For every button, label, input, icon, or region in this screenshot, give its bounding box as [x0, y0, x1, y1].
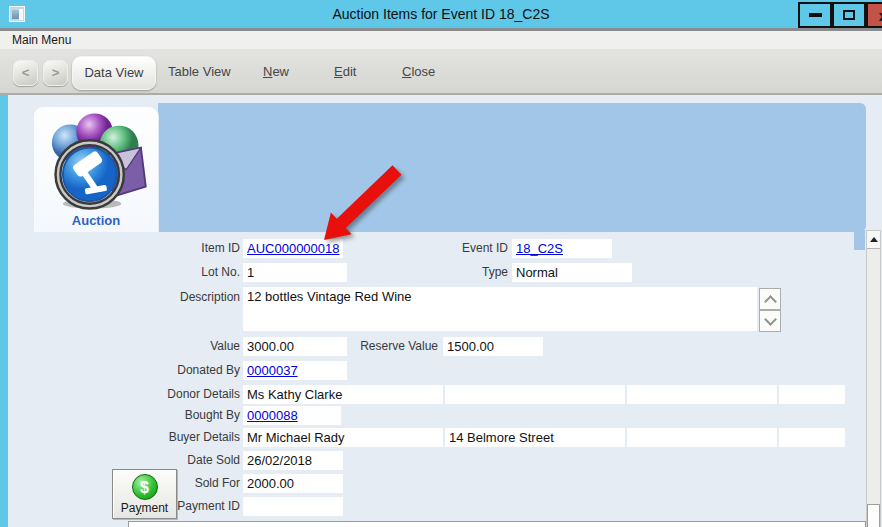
nav-back-icon: < [22, 65, 30, 80]
buyer-details-field-3[interactable] [627, 428, 777, 447]
donor-details-field-3[interactable] [627, 385, 777, 404]
payment-label-pre: Pa [121, 501, 136, 515]
chevron-up-icon [764, 295, 777, 308]
close-label-rest: lose [411, 64, 435, 79]
donor-details-field-1[interactable]: Ms Kathy Clarke [243, 385, 443, 404]
maximize-icon [843, 10, 855, 20]
new-mnemonic: N [263, 64, 272, 79]
nav-forward-icon: > [52, 65, 60, 80]
scroll-up-button[interactable] [867, 231, 880, 249]
window-title: Auction Items for Event ID 18_C2S [0, 0, 882, 28]
tab-auction[interactable]: Auction [33, 106, 159, 232]
minimize-button[interactable] [798, 2, 832, 28]
reserve-value-field[interactable]: 1500.00 [443, 337, 543, 356]
bottom-group-box [128, 521, 866, 527]
new-label-rest: ew [272, 64, 289, 79]
menu-bar: Main Menu [0, 31, 882, 50]
bought-by-label: Bought By [140, 406, 240, 425]
menu-main-menu[interactable]: Main Menu [8, 31, 75, 50]
donated-by-label: Donated By [140, 361, 240, 380]
donor-details-field-2[interactable] [445, 385, 625, 404]
payment-id-field[interactable] [243, 497, 343, 516]
edit-button[interactable]: Edit [334, 64, 356, 82]
new-button[interactable]: New [263, 64, 289, 82]
payment-button[interactable]: $ Payment [112, 469, 177, 519]
close-mnemonic: C [402, 64, 411, 79]
description-field[interactable]: 12 bottles Vintage Red Wine [243, 287, 757, 331]
maximize-button[interactable] [832, 2, 866, 28]
vertical-scrollbar[interactable] [866, 230, 881, 527]
donor-details-label: Donor Details [130, 385, 240, 404]
scroll-up-icon [870, 237, 878, 242]
sold-for-field[interactable]: 2000.00 [243, 474, 343, 493]
buyer-details-label: Buyer Details [130, 428, 240, 447]
lot-no-field[interactable]: 1 [243, 263, 347, 282]
item-id-link[interactable]: AUC000000018 [247, 241, 340, 256]
item-id-label: Item ID [140, 239, 240, 258]
event-id-label: Event ID [408, 239, 508, 258]
event-id-field[interactable]: 18_C2S [512, 239, 612, 258]
type-field[interactable]: Normal [512, 263, 632, 282]
chevron-down-icon [764, 313, 777, 326]
scrollbar-thumb[interactable] [867, 504, 880, 527]
buyer-details-field-4[interactable] [779, 428, 845, 447]
description-label: Description [140, 288, 240, 307]
event-id-link[interactable]: 18_C2S [516, 241, 563, 256]
date-sold-label: Date Sold [140, 451, 240, 470]
description-scroll-up-button[interactable] [759, 288, 781, 310]
header-band-notch [854, 230, 865, 250]
payment-label-post: ment [142, 501, 169, 515]
type-label: Type [408, 263, 508, 282]
bought-by-link[interactable]: 0000088 [247, 408, 298, 423]
buyer-details-field-1[interactable]: Mr Michael Rady [243, 428, 443, 447]
donated-by-link[interactable]: 0000037 [247, 363, 298, 378]
tab-auction-label: Auction [34, 213, 158, 228]
payment-button-label: Payment [113, 501, 176, 515]
toolbar: < > Data View Table View New Edit Close [0, 50, 882, 95]
date-sold-field[interactable]: 26/02/2018 [243, 451, 343, 470]
edit-label-rest: dit [343, 64, 357, 79]
value-label: Value [140, 337, 240, 356]
bought-by-field[interactable]: 0000088 [243, 406, 341, 425]
buyer-details-field-2[interactable]: 14 Belmore Street [445, 428, 625, 447]
data-view-button[interactable]: Data View [72, 56, 156, 90]
value-field[interactable]: 3000.00 [243, 337, 347, 356]
donated-by-field[interactable]: 0000037 [243, 361, 347, 380]
nav-forward-button[interactable]: > [43, 60, 68, 86]
lot-no-label: Lot No. [140, 263, 240, 282]
close-button[interactable]: x [866, 2, 882, 28]
donor-details-field-4[interactable] [779, 385, 845, 404]
auction-icon [35, 111, 159, 211]
description-scroll-down-button[interactable] [759, 310, 781, 332]
item-id-field[interactable]: AUC000000018 [243, 239, 343, 258]
title-bar: Auction Items for Event ID 18_C2S x [0, 0, 882, 28]
application-window: Auction Items for Event ID 18_C2S x Main… [0, 0, 882, 527]
minimize-icon [809, 13, 822, 17]
reserve-value-label: Reserve Value [350, 337, 438, 356]
table-view-button[interactable]: Table View [168, 64, 231, 82]
dollar-coin-icon: $ [132, 474, 158, 500]
edit-mnemonic: E [334, 64, 343, 79]
nav-back-button[interactable]: < [13, 60, 38, 86]
header-band [158, 103, 866, 232]
window-left-border [0, 95, 8, 527]
close-toolbar-button[interactable]: Close [402, 64, 435, 82]
